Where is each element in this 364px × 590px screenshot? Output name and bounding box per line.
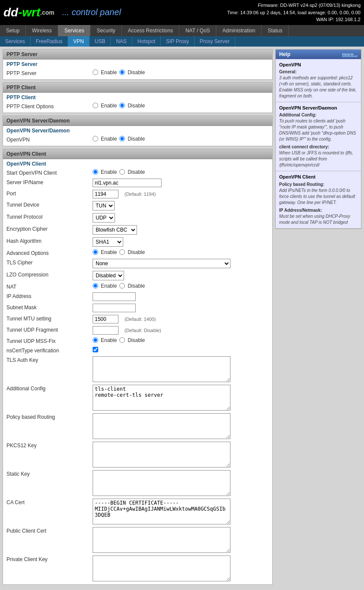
openvpn-server-enable-group[interactable]: Enable: [93, 136, 117, 142]
nav-wireless[interactable]: Wireless: [26, 25, 58, 36]
start-openvpn-disable-group[interactable]: Disable: [119, 169, 145, 175]
lzo-compression-select[interactable]: Disabled Enabled Adaptive: [93, 271, 124, 280]
subnav-vpn[interactable]: VPN: [68, 36, 90, 47]
start-openvpn-disable-label: Disable: [128, 169, 145, 175]
tunnel-udp-mss-enable-radio[interactable]: [93, 337, 98, 343]
nav-nat-qos[interactable]: NAT / QoS: [179, 25, 216, 36]
openvpn-server-enable-radio[interactable]: [93, 136, 98, 141]
private-client-key-label: Private Client Key: [6, 555, 93, 562]
tls-auth-key-textarea[interactable]: [93, 356, 230, 382]
nav-setup[interactable]: Setup: [0, 25, 26, 36]
help-openvpn-client-routing-title: Policy based Routing:: [279, 182, 358, 188]
tunnel-device-row: Tunnel Device TUN TAP: [3, 200, 272, 212]
subnav-freeradius[interactable]: FreeRadius: [31, 36, 68, 47]
additional-config-textarea[interactable]: tls-client remote-cert-tls server: [93, 385, 230, 411]
pptp-client-disable-group[interactable]: Disable: [119, 103, 145, 109]
subnav-usb[interactable]: USB: [90, 36, 111, 47]
advanced-enable-group[interactable]: Enable: [93, 249, 117, 255]
private-client-key-textarea[interactable]: [93, 555, 230, 581]
pptp-server-disable-group[interactable]: Disable: [119, 69, 145, 75]
header: dd-wrt.com ... control panel Firmware: D…: [0, 0, 364, 25]
pptp-server-section: PPTP Server PPTP Server PPTP Server Enab…: [3, 49, 273, 80]
start-openvpn-disable-radio[interactable]: [119, 169, 125, 175]
nscerttype-checkbox[interactable]: [93, 347, 98, 352]
tunnel-udp-mss-disable-radio[interactable]: [119, 337, 125, 343]
advanced-disable-group[interactable]: Disable: [119, 249, 145, 255]
nat-enable-label: Enable: [101, 283, 117, 289]
subnet-mask-input[interactable]: [93, 304, 136, 312]
public-client-cert-textarea[interactable]: [93, 527, 230, 553]
nav-security[interactable]: Security: [90, 25, 121, 36]
openvpn-server-disable-radio[interactable]: [119, 136, 125, 141]
tunnel-udp-mss-disable-label: Disable: [128, 337, 145, 343]
nav-status[interactable]: Status: [261, 25, 289, 36]
tunnel-udp-mss-enable-group[interactable]: Enable: [93, 337, 117, 343]
advanced-enable-radio[interactable]: [93, 249, 98, 255]
static-key-textarea[interactable]: [93, 470, 230, 496]
static-key-label: Static Key: [6, 470, 93, 477]
advanced-options-label: Advanced Options: [6, 249, 93, 256]
help-more-link[interactable]: more...: [342, 52, 358, 57]
advanced-disable-radio[interactable]: [119, 249, 125, 255]
ca-cert-textarea[interactable]: -----BEGIN CERTIFICATE----- MIIDjCCAv+gA…: [93, 499, 230, 524]
policy-routing-label: Policy based Routing: [6, 413, 93, 420]
ip-address-input[interactable]: [93, 292, 136, 301]
encryption-cipher-select[interactable]: Blowfish CBC AES-128 CBC AES-192 CBC AES…: [93, 225, 137, 235]
subnav-nas[interactable]: NAS: [111, 36, 132, 47]
tls-cipher-select[interactable]: None TLS-RSA-WITH-AES-128-CBC-SHA TLS-RS…: [93, 259, 230, 268]
pptp-server-enable-group[interactable]: Enable: [93, 69, 117, 75]
port-label: Port: [6, 190, 93, 197]
lzo-compression-field: Disabled Enabled Adaptive: [93, 271, 269, 280]
hash-algorithm-select[interactable]: SHA1 SHA256 MD5 None: [93, 237, 123, 247]
nat-enable-radio[interactable]: [93, 283, 98, 289]
openvpn-client-title: OpenVPN Client: [3, 159, 272, 168]
pptp-client-enable-group[interactable]: Enable: [93, 103, 117, 109]
sub-nav: Services FreeRadius VPN USB NAS Hotspot …: [0, 36, 364, 47]
pkcs12-key-textarea[interactable]: [93, 442, 230, 468]
static-key-row: Static Key: [3, 469, 272, 497]
start-openvpn-enable-radio[interactable]: [93, 169, 98, 175]
help-openvpn-client-ip-title: IP Address/Netmask:: [279, 207, 358, 213]
openvpn-server-disable-group[interactable]: Disable: [119, 136, 145, 142]
tunnel-udp-mss-disable-group[interactable]: Disable: [119, 337, 145, 343]
openvpn-client-section: OpenVPN Client OpenVPN Client Start Open…: [3, 149, 273, 585]
nav-administration[interactable]: Administration: [216, 25, 261, 36]
pptp-client-disable-radio[interactable]: [119, 103, 125, 108]
pptp-server-enable-radio[interactable]: [93, 69, 98, 75]
pkcs12-key-row: PKCS12 Key: [3, 440, 272, 469]
start-openvpn-enable-group[interactable]: Enable: [93, 169, 117, 175]
openvpn-server-header: OpenVPN Server/Daemon: [3, 116, 272, 126]
server-ip-input[interactable]: [93, 179, 162, 187]
start-openvpn-field: Enable Disable: [93, 169, 269, 175]
pptp-server-disable-label: Disable: [128, 69, 145, 75]
nat-enable-group[interactable]: Enable: [93, 283, 117, 289]
pptp-client-enable-radio[interactable]: [93, 103, 98, 108]
help-box: Help more... OpenVPN General: 3 auth met…: [275, 49, 361, 229]
nav-services[interactable]: Services: [58, 25, 90, 36]
tunnel-mtu-input[interactable]: [93, 315, 118, 323]
nav-access-restrictions[interactable]: Access Restrictions: [122, 25, 180, 36]
additional-config-label: Additional Config: [6, 385, 93, 392]
pptp-server-disable-radio[interactable]: [119, 69, 125, 75]
subnav-services[interactable]: Services: [0, 36, 31, 47]
start-openvpn-row: Start OpenVPN Client Enable Disable: [3, 168, 272, 177]
subnav-hotspot[interactable]: Hotspot: [132, 36, 161, 47]
pptp-client-enable-label: Enable: [101, 103, 117, 109]
tunnel-udp-fragment-input[interactable]: [93, 326, 118, 335]
encryption-cipher-row: Encryption Cipher Blowfish CBC AES-128 C…: [3, 224, 272, 236]
port-input[interactable]: [93, 190, 118, 198]
subnav-proxy-server[interactable]: Proxy Server: [195, 36, 235, 47]
tunnel-device-select[interactable]: TUN TAP: [93, 201, 115, 210]
help-openvpn-general-subtitle: General:: [279, 69, 358, 75]
nat-disable-radio[interactable]: [119, 283, 125, 289]
logo: dd-wrt.com ... control panel: [3, 6, 121, 19]
policy-routing-textarea[interactable]: [93, 413, 230, 439]
tls-cipher-label: TLS Cipher: [6, 259, 93, 266]
tunnel-protocol-select[interactable]: UDP TCP: [93, 213, 115, 223]
start-openvpn-enable-label: Enable: [101, 169, 117, 175]
nat-disable-group[interactable]: Disable: [119, 283, 145, 289]
tunnel-device-field: TUN TAP: [93, 201, 269, 210]
server-ip-row: Server IP/Name: [3, 177, 272, 188]
subnav-sip-proxy[interactable]: SIP Proxy: [161, 36, 194, 47]
advanced-options-row: Advanced Options Enable Disable: [3, 248, 272, 257]
